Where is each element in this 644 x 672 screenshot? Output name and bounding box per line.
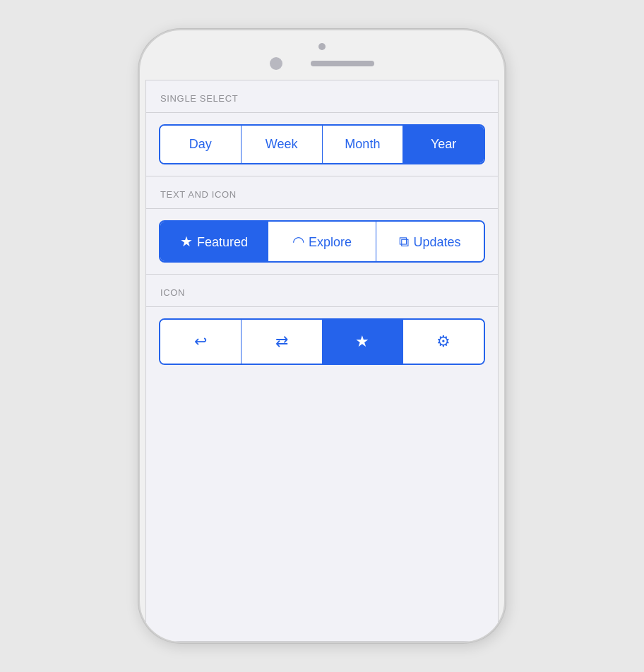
speaker-grill	[311, 61, 374, 66]
single-select-control: Day Week Month Year	[159, 124, 485, 164]
icon-container: ↩ ⇄ ★ ⚙	[146, 307, 498, 376]
updates-label: Updates	[413, 235, 460, 249]
single-select-label: SINGLE SELECT	[146, 80, 498, 112]
refresh-icon: ⇄	[275, 332, 288, 350]
day-button[interactable]: Day	[160, 126, 242, 163]
compass-icon: ◠	[292, 234, 304, 249]
explore-button[interactable]: ◠Explore	[268, 222, 376, 261]
refresh-button[interactable]: ⇄	[242, 320, 323, 364]
explore-label: Explore	[309, 235, 352, 249]
phone-frame: SINGLE SELECT Day Week Month Year TEXT A…	[138, 29, 506, 643]
back-button[interactable]: ↩	[160, 320, 242, 364]
star-icon: ★	[180, 234, 193, 249]
front-sensor	[270, 57, 282, 70]
single-select-section: SINGLE SELECT Day Week Month Year	[146, 80, 498, 176]
icon-label: ICON	[146, 275, 498, 306]
featured-label: Featured	[197, 235, 248, 249]
star-button[interactable]: ★	[323, 320, 404, 364]
star-icon-btn: ★	[355, 332, 369, 350]
text-icon-control: ★Featured ◠Explore ⧉Updates	[159, 220, 485, 263]
updates-icon: ⧉	[399, 234, 409, 249]
back-icon: ↩	[194, 332, 207, 350]
side-button-left	[138, 143, 140, 179]
text-icon-section: TEXT AND ICON ★Featured ◠Explore ⧉Update…	[146, 176, 498, 274]
side-button-right	[504, 172, 506, 228]
month-button[interactable]: Month	[323, 126, 404, 163]
updates-button[interactable]: ⧉Updates	[376, 222, 484, 261]
gear-button[interactable]: ⚙	[403, 320, 484, 364]
phone-screen: SINGLE SELECT Day Week Month Year TEXT A…	[145, 80, 499, 642]
camera-indicator	[318, 43, 326, 50]
year-button[interactable]: Year	[403, 126, 484, 163]
single-select-container: Day Week Month Year	[146, 113, 498, 176]
week-button[interactable]: Week	[242, 126, 323, 163]
phone-top	[140, 30, 504, 80]
icon-section: ICON ↩ ⇄ ★ ⚙	[146, 275, 498, 376]
featured-button[interactable]: ★Featured	[160, 222, 268, 261]
gear-icon: ⚙	[436, 332, 451, 350]
text-icon-label: TEXT AND ICON	[146, 176, 498, 208]
text-icon-container: ★Featured ◠Explore ⧉Updates	[146, 209, 498, 274]
icon-control: ↩ ⇄ ★ ⚙	[159, 318, 485, 365]
